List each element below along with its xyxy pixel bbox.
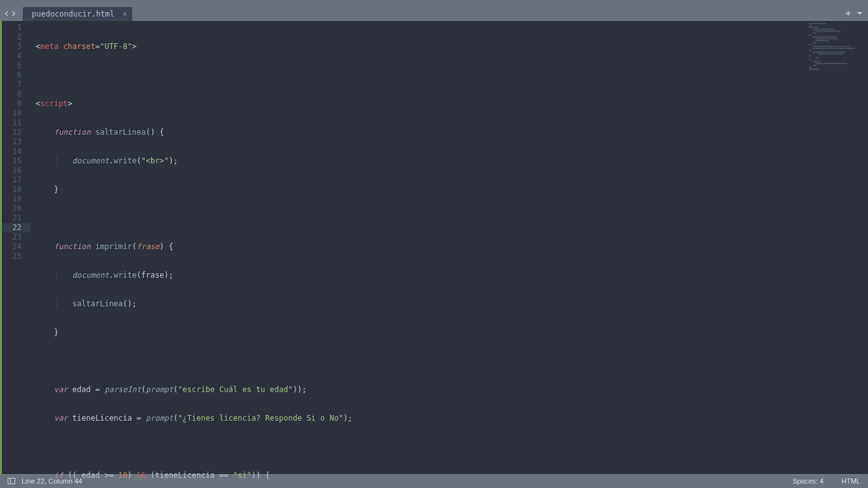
- line-number: 11: [2, 118, 31, 128]
- line-number: 19: [2, 194, 31, 204]
- line-number: 22: [2, 223, 31, 233]
- line-number: 15: [2, 156, 31, 166]
- line-number: 5: [2, 61, 31, 71]
- window-titlebar: [0, 0, 868, 4]
- line-number: 3: [2, 42, 31, 51]
- new-tab-button[interactable]: [845, 7, 851, 19]
- line-number: 16: [2, 166, 31, 175]
- line-number: 2: [2, 32, 31, 42]
- line-number: 24: [2, 242, 31, 252]
- line-number: 18: [2, 185, 31, 194]
- nav-forward-button[interactable]: [11, 7, 17, 19]
- code-area[interactable]: <meta charset="UTF-8"> <script> function…: [31, 21, 868, 474]
- file-tab[interactable]: puedoconducir.html ×: [23, 7, 132, 21]
- line-number: 25: [2, 252, 31, 261]
- nav-arrows: [0, 7, 20, 19]
- line-number: 17: [2, 175, 31, 185]
- line-number: 7: [2, 80, 31, 90]
- line-number: 12: [2, 128, 31, 137]
- line-number: 14: [2, 147, 31, 156]
- editor: 1234567891011121314151617181920212223242…: [0, 21, 868, 474]
- nav-back-button[interactable]: [4, 7, 10, 19]
- tab-bar: puedoconducir.html ×: [0, 4, 868, 21]
- line-number: 9: [2, 99, 31, 109]
- tab-dropdown-button[interactable]: [857, 7, 863, 19]
- line-number-gutter: 1234567891011121314151617181920212223242…: [0, 21, 31, 474]
- sidebar-toggle-icon[interactable]: [8, 478, 15, 484]
- line-number: 4: [2, 51, 31, 61]
- line-number: 13: [2, 137, 31, 147]
- line-number: 20: [2, 204, 31, 214]
- line-number: 23: [2, 233, 31, 242]
- line-number: 6: [2, 71, 31, 80]
- line-number: 8: [2, 90, 31, 99]
- line-number: 10: [2, 109, 31, 118]
- line-number: 1: [2, 23, 31, 32]
- close-icon[interactable]: ×: [123, 10, 127, 18]
- tab-filename: puedoconducir.html: [32, 10, 114, 18]
- line-number: 21: [2, 214, 31, 223]
